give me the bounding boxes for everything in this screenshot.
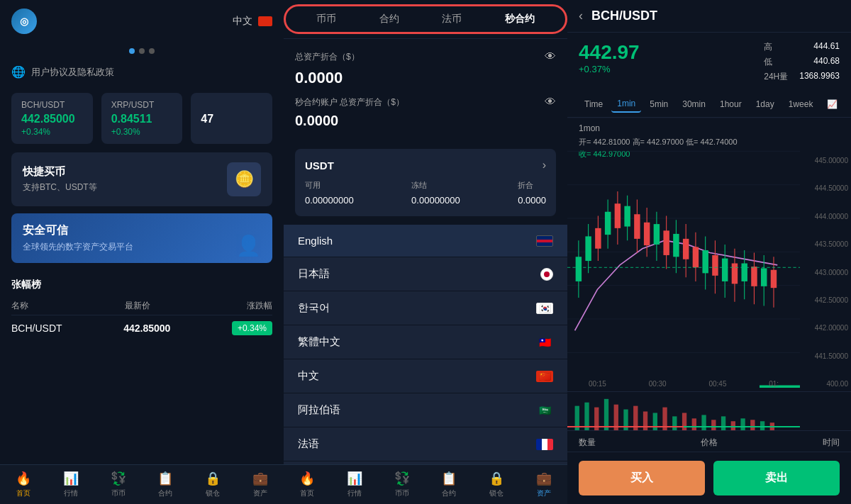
- rank-row-price: 442.85000: [123, 323, 170, 334]
- low-label: 低: [764, 56, 788, 68]
- y-label-6: 442.50000: [803, 296, 848, 304]
- current-lang: 中文: [233, 15, 252, 28]
- y-axis-labels: 445.00000 444.50000 444.00000 443.50000 …: [800, 157, 851, 388]
- usdt-title: USDT: [305, 159, 334, 172]
- y-label-7: 442.00000: [803, 324, 848, 332]
- assets-overview: 总资产折合（$） 👁 0.0000 秒合约账户 总资产折合（$） 👁 0.000…: [284, 39, 567, 140]
- home-icon: 🔥: [16, 471, 31, 486]
- nav-home[interactable]: 🔥 首页: [0, 471, 48, 498]
- nav-m-trade[interactable]: 💱 币币: [378, 471, 425, 498]
- eye-icon[interactable]: 👁: [545, 50, 556, 63]
- lang-traditional-chinese[interactable]: 繁體中文 🇹🇼: [284, 325, 567, 359]
- y-label-3: 444.00000: [803, 213, 848, 220]
- lang-english[interactable]: English: [284, 225, 567, 257]
- trading-pair-title: BCH/USDT: [591, 9, 657, 23]
- usdt-header: USDT ›: [305, 159, 546, 172]
- price-change: +0.37%: [579, 64, 640, 74]
- xrp-price: 0.84511: [111, 113, 173, 125]
- tab-time[interactable]: Time: [579, 96, 608, 112]
- svg-rect-11: [585, 236, 591, 261]
- third-change: [201, 127, 262, 137]
- tab-contract[interactable]: 合约: [374, 10, 405, 28]
- tab-second-contract[interactable]: 秒合约: [499, 10, 540, 28]
- svg-rect-21: [634, 214, 640, 239]
- tab-5min[interactable]: 5min: [644, 96, 674, 112]
- svg-rect-41: [732, 264, 738, 284]
- svg-rect-15: [605, 212, 611, 235]
- third-card[interactable]: 47: [191, 93, 272, 144]
- lang-french[interactable]: 法语: [284, 427, 567, 461]
- usdt-section: USDT › 可用 0.00000000 冻结 0.00000000 折合 0.…: [295, 149, 556, 216]
- price-stats: 高 444.61 低 440.68 24H量 1368.9963: [764, 41, 840, 83]
- svg-rect-37: [712, 255, 718, 276]
- nav-market[interactable]: 📊 行情: [48, 471, 95, 498]
- left-header: ◎ 中文: [0, 0, 284, 43]
- nav-assets[interactable]: 💼 资产: [236, 471, 284, 498]
- tab-30min[interactable]: 30min: [677, 96, 711, 112]
- svg-rect-27: [663, 230, 669, 255]
- nav-contract[interactable]: 📋 合约: [142, 471, 189, 498]
- m-lock-icon: 🔒: [489, 471, 504, 486]
- lang-chinese[interactable]: 中文 🇨🇳: [284, 359, 567, 393]
- svg-rect-54: [604, 399, 608, 430]
- eye-icon-2[interactable]: 👁: [545, 96, 556, 108]
- chart-area: 1mon 开= 442.81000 高= 442.97000 低= 442.74…: [567, 118, 851, 430]
- crypto-prices: BCH/USDT 442.85000 +0.34% XRP/USDT 0.845…: [0, 84, 284, 152]
- buy-button[interactable]: 买入: [579, 461, 705, 495]
- svg-rect-68: [740, 418, 745, 430]
- flag-icon: [258, 16, 272, 26]
- nav-trade[interactable]: 💱 币币: [94, 471, 142, 498]
- quick-buy-text: 快捷买币 支持BTC、USDT等: [23, 165, 97, 194]
- nav-m-lock-label: 锁仓: [489, 488, 504, 498]
- tab-1hour[interactable]: 1hour: [714, 96, 747, 112]
- col-time: 时间: [823, 437, 840, 449]
- svg-rect-63: [692, 418, 696, 430]
- m-assets-icon: 💼: [536, 471, 552, 486]
- lang-japanese[interactable]: 日本語: [284, 257, 567, 291]
- candle-13: [693, 233, 699, 281]
- sell-button[interactable]: 卖出: [713, 461, 840, 495]
- nav-m-assets[interactable]: 💼 资产: [520, 471, 567, 498]
- tab-chart-settings[interactable]: 📈: [821, 96, 843, 112]
- market-icon: 📊: [63, 471, 79, 486]
- quick-buy-title: 快捷买币: [23, 165, 97, 179]
- tab-1week[interactable]: 1week: [783, 96, 819, 112]
- tab-1day[interactable]: 1day: [750, 96, 780, 112]
- dot-3: [149, 48, 155, 54]
- language-selector[interactable]: 中文: [233, 15, 272, 28]
- rank-change-col: 涨跌幅: [247, 300, 272, 312]
- volume-area: [567, 391, 851, 430]
- svg-rect-35: [702, 250, 708, 273]
- x-axis-labels: 00:15 00:30 00:45 01:: [567, 378, 800, 389]
- lang-tw-label: 繁體中文: [298, 335, 340, 349]
- tab-fiat[interactable]: 法币: [436, 10, 467, 28]
- tab-1min[interactable]: 1min: [611, 96, 641, 113]
- nav-m-lock[interactable]: 🔒 锁仓: [473, 471, 521, 498]
- promo-figure: 👤: [236, 234, 261, 257]
- flag-kr-icon: 🇰🇷: [536, 303, 553, 314]
- svg-rect-69: [750, 420, 755, 430]
- quick-buy-desc: 支持BTC、USDT等: [23, 181, 97, 194]
- nav-m-market-label: 行情: [347, 488, 362, 498]
- x-label-1: 00:15: [589, 380, 606, 388]
- promo-title: 安全可信: [23, 223, 261, 238]
- lang-korean[interactable]: 한국어 🇰🇷: [284, 291, 567, 325]
- user-agreement-link[interactable]: 🌐 用户协议及隐私政策: [0, 60, 284, 84]
- quick-buy-section[interactable]: 快捷买币 支持BTC、USDT等 🪙: [11, 152, 272, 206]
- total-assets-value: 0.0000: [295, 69, 556, 87]
- back-button[interactable]: ‹: [579, 9, 583, 23]
- x-label-3: 00:45: [708, 380, 726, 388]
- promo-banner: 安全可信 全球领先的数字资产交易平台 👤: [11, 213, 272, 263]
- nav-m-home[interactable]: 🔥 首页: [284, 471, 331, 498]
- nav-m-contract[interactable]: 📋 合约: [425, 471, 473, 498]
- nav-m-market[interactable]: 📊 行情: [331, 471, 379, 498]
- tab-coin[interactable]: 币币: [311, 10, 342, 28]
- x-label-4: 01:: [769, 380, 779, 388]
- lang-arabic[interactable]: 阿拉伯语 🇸🇦: [284, 393, 567, 427]
- nav-lock[interactable]: 🔒 锁仓: [189, 471, 237, 498]
- usdt-arrow-icon[interactable]: ›: [543, 159, 546, 172]
- xrp-change: +0.30%: [111, 127, 173, 137]
- bch-usdt-card[interactable]: BCH/USDT 442.85000 +0.34%: [11, 93, 93, 144]
- xrp-usdt-card[interactable]: XRP/USDT 0.84511 +0.30%: [101, 93, 183, 144]
- rank-row[interactable]: BCH/USDT 442.85000 +0.34%: [11, 315, 272, 341]
